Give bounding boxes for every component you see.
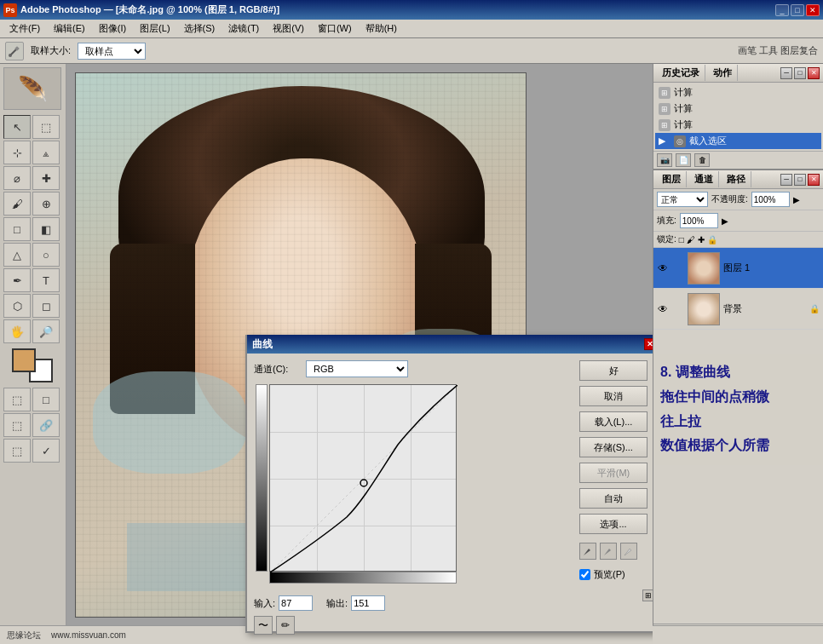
curves-preview-checkbox[interactable] <box>579 569 590 580</box>
tab-history[interactable]: 历史记录 <box>657 65 705 81</box>
tab-paths[interactable]: 路径 <box>722 171 751 187</box>
curves-channel-select[interactable]: RGB 红 绿 蓝 <box>306 360 408 377</box>
titlebar: Ps Adobe Photoshop — [未命名.jpg @ 100% (图层… <box>0 0 823 20</box>
blur-tool[interactable]: △ <box>3 243 31 267</box>
maximize-button[interactable]: □ <box>791 4 804 16</box>
curves-output-field[interactable] <box>351 595 385 611</box>
tab-channels[interactable]: 通道 <box>689 171 719 187</box>
history-new-doc-button[interactable]: 📄 <box>676 153 691 167</box>
curves-ok-button[interactable]: 好 <box>579 360 647 381</box>
history-new-snapshot-button[interactable]: 📷 <box>657 153 672 167</box>
layers-maximize-button[interactable]: □ <box>794 174 806 186</box>
curves-input-field[interactable] <box>279 595 313 611</box>
heal-tool[interactable]: ✚ <box>32 166 60 190</box>
curve-draw-icon[interactable]: 〜 <box>254 616 273 635</box>
menu-window[interactable]: 窗口(W) <box>312 20 358 37</box>
magic-wand-tool[interactable]: ⊹ <box>3 141 31 164</box>
layers-blend-row: 正常 溶解 叠加 不透明度: ▶ <box>653 189 823 210</box>
text-tool[interactable]: T <box>32 268 60 292</box>
quick-mask-tool[interactable]: ⬚ <box>3 388 31 411</box>
curves-zoom-button[interactable]: ⊞ <box>642 589 653 601</box>
shape-tool[interactable]: ◻ <box>32 294 60 318</box>
opacity-arrow[interactable]: ▶ <box>793 195 802 204</box>
history-panel-titlebar: 历史记录 动作 ─ □ ✕ <box>653 64 823 83</box>
minimize-button[interactable]: _ <box>775 4 789 16</box>
lasso-tool[interactable]: ⬚ <box>32 115 60 139</box>
curves-output-row: 输出: <box>326 595 385 611</box>
menu-image[interactable]: 图像(I) <box>93 20 132 37</box>
blend-mode-select[interactable]: 正常 溶解 叠加 <box>657 192 708 207</box>
curves-save-button[interactable]: 存储(S)... <box>579 437 647 457</box>
curves-options-button[interactable]: 选项... <box>579 514 647 534</box>
tab-layers[interactable]: 图层 <box>657 171 687 187</box>
titlebar-buttons[interactable]: _ □ ✕ <box>775 4 820 16</box>
right-panel-label: 画笔 工具 图层复合 <box>738 44 818 57</box>
curves-right-panel: 好 取消 载入(L)... 存储(S)... 平滑(M) 自动 选项... <box>579 360 653 624</box>
eraser-tool[interactable]: □ <box>3 217 31 241</box>
menu-help[interactable]: 帮助(H) <box>360 20 403 37</box>
move-tool[interactable]: ↖ <box>3 115 31 139</box>
path-tool[interactable]: ⬡ <box>3 294 31 318</box>
slice-tool[interactable]: ⌀ <box>3 166 31 190</box>
lock-all-icon[interactable]: 🔒 <box>707 235 717 244</box>
history-maximize-button[interactable]: □ <box>794 67 806 79</box>
lock-image-icon[interactable]: 🖌 <box>687 235 695 244</box>
menu-layer[interactable]: 图层(L) <box>134 20 176 37</box>
layers-close-button[interactable]: ✕ <box>808 174 820 186</box>
pen-tool[interactable]: ✒ <box>3 268 31 292</box>
extra-tool-1[interactable]: ⬚ <box>3 439 31 463</box>
fill-input[interactable] <box>680 213 718 228</box>
sample-size-select[interactable]: 取样点 3×3平均 5×5平均 <box>78 43 146 60</box>
history-item[interactable]: ⊞ 计算 <box>655 117 821 133</box>
layer-1-visibility[interactable]: 👁 <box>657 262 669 274</box>
menu-view[interactable]: 视图(V) <box>267 20 310 37</box>
history-minimize-button[interactable]: ─ <box>780 67 792 79</box>
layers-minimize-button[interactable]: ─ <box>780 174 792 186</box>
lock-position-icon[interactable]: ✚ <box>698 235 705 244</box>
foreground-color-swatch[interactable] <box>12 348 36 372</box>
layer-item-1[interactable]: 👁 图层 1 <box>653 248 823 289</box>
brush-tool[interactable]: 🖌 <box>3 192 31 216</box>
history-item[interactable]: ⊞ 计算 <box>655 101 821 117</box>
fill-arrow[interactable]: ▶ <box>722 216 730 226</box>
clone-tool[interactable]: ⊕ <box>32 192 60 216</box>
curves-white-point-icon[interactable] <box>620 543 637 560</box>
history-close-button[interactable]: ✕ <box>808 67 820 79</box>
curves-titlebar: 曲线 ✕ <box>247 335 653 354</box>
history-delete-button[interactable]: 🗑 <box>694 153 710 167</box>
curves-black-point-icon[interactable] <box>579 543 596 560</box>
curves-load-button[interactable]: 载入(L)... <box>579 411 647 432</box>
extra-tool-2[interactable]: ✓ <box>32 439 60 463</box>
crop-tool[interactable]: ⟁ <box>32 141 60 164</box>
screen-mode[interactable]: ⬚ <box>3 413 31 437</box>
menu-edit[interactable]: 编辑(E) <box>48 20 91 37</box>
layer-1-thumbnail <box>688 252 720 285</box>
curves-gray-point-icon[interactable] <box>600 543 617 560</box>
opacity-input[interactable] <box>751 192 790 207</box>
menu-select[interactable]: 选择(S) <box>178 20 222 37</box>
standard-mode[interactable]: □ <box>32 388 60 411</box>
lock-transparent-icon[interactable]: □ <box>679 235 684 244</box>
jump-to[interactable]: 🔗 <box>32 413 60 437</box>
curves-close-button[interactable]: ✕ <box>644 338 653 350</box>
close-button[interactable]: ✕ <box>806 4 820 16</box>
dodge-tool[interactable]: ○ <box>32 243 60 267</box>
menu-file[interactable]: 文件(F) <box>3 20 46 37</box>
menu-filter[interactable]: 滤镜(T) <box>222 20 265 37</box>
curves-content: 通道(C): RGB 红 绿 蓝 <box>247 354 653 631</box>
curves-graph[interactable] <box>269 384 457 572</box>
curves-auto-button[interactable]: 自动 <box>579 488 647 509</box>
tab-actions[interactable]: 动作 <box>708 65 738 81</box>
notes-tool[interactable]: 🖐 <box>3 319 31 343</box>
layer-item-bg[interactable]: 👁 背景 🔒 <box>653 289 823 330</box>
sample-size-label: 取样大小: <box>31 44 71 57</box>
gradient-tool[interactable]: ◧ <box>32 217 60 241</box>
history-item-selected[interactable]: ▶ ◎ 截入选区 <box>655 133 821 149</box>
history-list: ⊞ 计算 ⊞ 计算 ⊞ 计算 ▶ ◎ 截入选区 <box>653 83 823 151</box>
layer-bg-visibility[interactable]: 👁 <box>657 303 669 315</box>
curves-cancel-button[interactable]: 取消 <box>579 386 647 406</box>
history-item[interactable]: ⊞ 计算 <box>655 84 821 101</box>
curve-pencil-icon[interactable]: ✏ <box>276 616 295 635</box>
eyedropper-tool[interactable]: 🔎 <box>32 319 60 343</box>
curves-io-rows: 输入: 输出: <box>254 589 573 611</box>
